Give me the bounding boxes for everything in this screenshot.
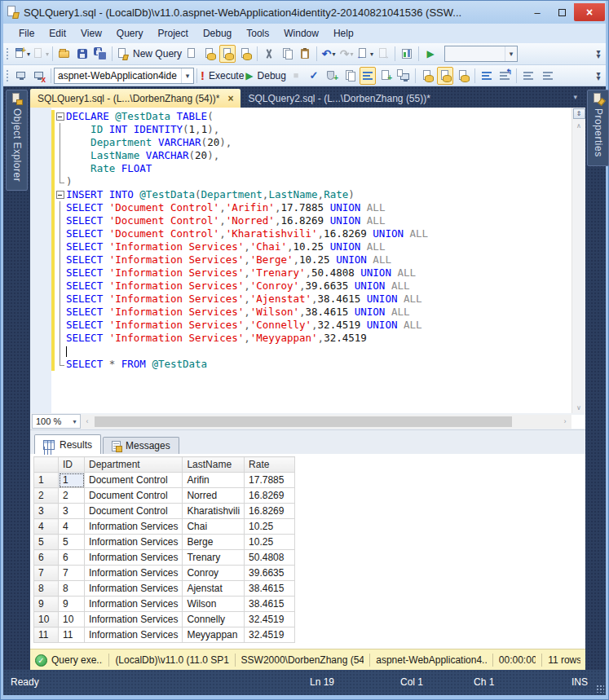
mdx-query-button[interactable] <box>201 45 218 63</box>
column-header[interactable]: Rate <box>245 457 295 473</box>
navigate-backward-button[interactable]: ←▾ <box>356 45 373 63</box>
menu-tools[interactable]: Tools <box>239 24 276 42</box>
toolbar-grip[interactable] <box>6 47 10 60</box>
vertical-scrollbar[interactable]: ⇕ ∧ ∨ <box>571 108 585 413</box>
grid-cell[interactable]: 50.4808 <box>245 550 295 566</box>
grid-cell[interactable]: 7 <box>59 566 85 581</box>
row-number-cell[interactable]: 2 <box>34 488 59 504</box>
menu-help[interactable]: Help <box>326 24 361 42</box>
scroll-down-icon[interactable]: ∨ <box>576 402 581 413</box>
zoom-combo[interactable]: 100 % ▾ <box>32 414 81 429</box>
grid-cell[interactable]: 17.7885 <box>245 473 295 488</box>
menu-file[interactable]: File <box>11 24 42 42</box>
close-button[interactable]: × <box>574 3 605 21</box>
grid-cell[interactable]: 2 <box>59 488 85 504</box>
grid-corner-cell[interactable] <box>34 457 59 473</box>
scroll-right-icon[interactable]: › <box>558 417 571 425</box>
grid-cell[interactable]: Conroy <box>183 566 245 581</box>
code-line[interactable]: INSERT INTO @TestData(Department,LastNam… <box>55 188 571 201</box>
grid-cell[interactable]: Wilson <box>183 597 245 612</box>
grid-cell[interactable]: Information Services <box>85 519 183 535</box>
toolbar-overflow-button[interactable]: ▾▾ <box>593 50 604 58</box>
remote-connections-button[interactable] <box>395 67 412 85</box>
grid-cell[interactable]: Information Services <box>85 535 183 550</box>
code-line[interactable]: SELECT 'Document Control','Norred',16.82… <box>55 214 571 227</box>
fold-collapse-icon[interactable] <box>55 110 66 123</box>
decrease-indent-button[interactable] <box>520 67 536 85</box>
code-line[interactable]: SELECT 'Information Services','Wilson',3… <box>55 306 571 319</box>
debug-button[interactable]: ▶Debug <box>245 67 286 85</box>
tab-sqlquery2[interactable]: SQLQuery2.sql - (L...\DorbenZhang (55))* <box>241 89 437 108</box>
grid-cell[interactable]: Connelly <box>183 612 245 627</box>
grid-cell[interactable]: Chai <box>183 519 245 535</box>
code-line[interactable] <box>55 345 571 358</box>
code-line[interactable]: SELECT 'Information Services','Meyyappan… <box>55 332 571 345</box>
save-button[interactable] <box>74 45 90 63</box>
horizontal-scrollbar[interactable]: ‹ › <box>81 415 571 429</box>
grid-cell[interactable]: 16.8269 <box>245 504 295 519</box>
menu-project[interactable]: Project <box>151 24 196 42</box>
scroll-left-icon[interactable]: ‹ <box>81 417 94 425</box>
menu-edit[interactable]: Edit <box>42 24 73 42</box>
grid-cell[interactable]: Document Control <box>85 504 183 519</box>
grid-cell[interactable]: Kharatishvili <box>183 504 245 519</box>
fold-collapse-icon[interactable] <box>55 188 66 201</box>
scrollbar-thumb[interactable] <box>95 416 512 427</box>
scroll-up-icon[interactable]: ∧ <box>576 120 581 131</box>
column-header[interactable]: ID <box>59 457 85 473</box>
start-button[interactable]: ▶ <box>422 45 439 63</box>
code-line[interactable]: SELECT 'Information Services','Berge',10… <box>55 253 571 266</box>
toolbar-combo[interactable]: ▾ <box>444 46 518 62</box>
cut-button[interactable] <box>261 45 277 63</box>
grid-cell[interactable]: 38.4615 <box>245 581 295 597</box>
parse-button[interactable]: ✓ <box>306 67 322 85</box>
grid-cell[interactable]: 10.25 <box>245 535 295 550</box>
grid-cell[interactable]: Arifin <box>183 473 245 488</box>
uncomment-button[interactable]: ↰ <box>496 67 513 85</box>
grid-cell[interactable]: 11 <box>59 627 85 643</box>
maximize-button[interactable] <box>549 3 574 21</box>
tab-close-icon[interactable]: × <box>227 93 233 104</box>
grid-cell[interactable]: 1 <box>59 473 85 488</box>
grid-cell[interactable]: Ajenstat <box>183 581 245 597</box>
toolbar-overflow-button[interactable]: ▾▾ <box>593 72 604 80</box>
grid-cell[interactable]: Document Control <box>85 488 183 504</box>
toolbar-grip[interactable] <box>6 69 10 82</box>
grid-cell[interactable]: 32.4519 <box>245 612 295 627</box>
code-line[interactable]: SELECT 'Document Control','Arifin',17.78… <box>55 201 571 214</box>
grid-cell[interactable]: 38.4615 <box>245 597 295 612</box>
editor-margin[interactable] <box>30 108 51 413</box>
tab-list-dropdown-icon[interactable]: ▾ <box>573 93 577 101</box>
code-line[interactable]: ID INT IDENTITY(1,1), <box>55 123 571 136</box>
code-line[interactable]: Rate FLOAT <box>55 162 571 175</box>
menu-query[interactable]: Query <box>109 24 151 42</box>
execute-button[interactable]: !Execute <box>201 67 244 85</box>
grid-cell[interactable]: Berge <box>183 535 245 550</box>
comment-button[interactable] <box>479 67 495 85</box>
change-connection-button[interactable]: x <box>31 67 47 85</box>
code-line[interactable]: Department VARCHAR(20), <box>55 136 571 149</box>
grid-cell[interactable]: Information Services <box>85 612 183 627</box>
grid-cell[interactable]: Trenary <box>183 550 245 566</box>
code-line[interactable]: SELECT * FROM @TestData <box>55 358 571 371</box>
row-number-cell[interactable]: 4 <box>34 519 59 535</box>
new-connection-button[interactable]: +▾ <box>13 45 30 63</box>
row-number-cell[interactable]: 11 <box>34 627 59 643</box>
grid-cell[interactable]: Information Services <box>85 597 183 612</box>
grid-cell[interactable]: 10 <box>59 612 85 627</box>
dmx-query-button[interactable] <box>219 45 236 63</box>
connect-button[interactable] <box>13 67 29 85</box>
query-options-button[interactable] <box>342 67 358 85</box>
grid-cell[interactable]: 8 <box>59 581 85 597</box>
row-number-cell[interactable]: 3 <box>34 504 59 519</box>
code-line[interactable]: SELECT 'Information Services','Trenary',… <box>55 266 571 280</box>
grid-cell[interactable]: Information Services <box>85 581 183 597</box>
copy-button[interactable] <box>279 45 295 63</box>
row-number-cell[interactable]: 7 <box>34 566 59 581</box>
code-lines[interactable]: DECLARE @TestData TABLE( ID INT IDENTITY… <box>55 110 571 413</box>
results-to-file-button[interactable] <box>455 67 471 85</box>
splitter-handle[interactable]: ⇕ <box>573 108 585 119</box>
new-query-button[interactable]: New Query <box>116 45 182 63</box>
row-number-cell[interactable]: 1 <box>34 473 59 488</box>
intellisense-enabled-button[interactable] <box>360 67 376 85</box>
